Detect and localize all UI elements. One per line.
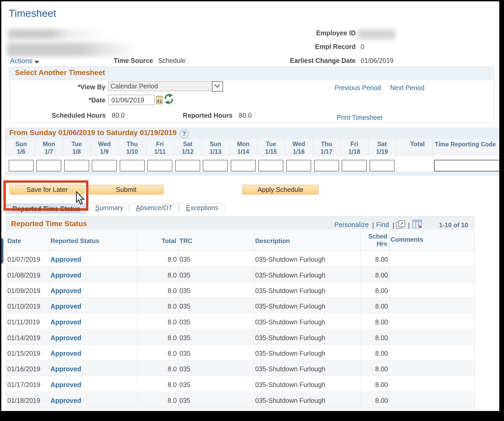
- svg-text:31: 31: [157, 99, 162, 104]
